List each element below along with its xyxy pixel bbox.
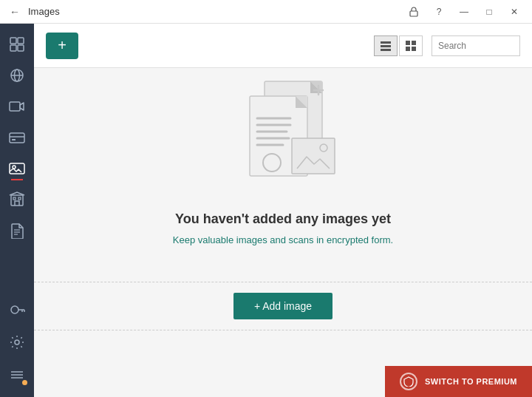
close-button[interactable]: ✕: [502, 3, 526, 21]
svg-rect-14: [11, 195, 23, 206]
sidebar-item-building[interactable]: [2, 185, 32, 214]
sidebar-bottom: [2, 295, 32, 391]
sidebar: [0, 24, 34, 397]
svg-rect-16: [18, 197, 21, 200]
premium-banner[interactable]: SWITCH TO PREMIUM: [385, 366, 532, 397]
sidebar-item-globe[interactable]: [2, 61, 32, 90]
view-toggle: [374, 35, 423, 56]
list-view-button[interactable]: [374, 35, 398, 56]
svg-rect-15: [13, 197, 16, 200]
search-input[interactable]: [438, 41, 514, 51]
svg-rect-46: [292, 138, 335, 174]
premium-label: SWITCH TO PREMIUM: [425, 377, 517, 386]
add-image-button[interactable]: + Add image: [233, 293, 332, 319]
svg-rect-28: [381, 41, 391, 44]
svg-rect-8: [10, 102, 20, 111]
svg-rect-1: [10, 38, 16, 44]
illustration-svg: [231, 75, 349, 201]
empty-state: You haven't added any images yet Keep va…: [34, 68, 532, 282]
svg-rect-0: [410, 11, 417, 16]
bottom-area: SWITCH TO PREMIUM: [34, 330, 532, 397]
minimize-button[interactable]: —: [452, 3, 476, 21]
main-layout: +: [0, 24, 532, 397]
svg-rect-32: [412, 41, 416, 45]
svg-rect-12: [10, 163, 24, 174]
svg-rect-33: [406, 47, 410, 51]
svg-point-20: [11, 306, 18, 313]
empty-title: You haven't added any images yet: [175, 211, 391, 227]
empty-subtitle: Keep valuable images and scans in encryp…: [173, 234, 393, 245]
sidebar-item-dashboard[interactable]: [2, 30, 32, 59]
svg-rect-4: [18, 45, 24, 51]
lock-button[interactable]: [402, 3, 426, 21]
toolbar: +: [34, 24, 532, 68]
svg-rect-2: [18, 38, 24, 44]
sidebar-item-images[interactable]: [2, 154, 32, 183]
content-area: +: [34, 24, 532, 397]
svg-rect-3: [10, 45, 16, 51]
window-title: Images: [24, 6, 402, 17]
add-image-section: + Add image: [34, 282, 532, 330]
maximize-button[interactable]: □: [477, 3, 501, 21]
svg-rect-29: [381, 45, 391, 47]
svg-rect-34: [412, 47, 416, 51]
window-controls: ? — □ ✕: [402, 3, 526, 21]
svg-rect-30: [381, 49, 391, 51]
sidebar-item-document[interactable]: [2, 216, 32, 245]
svg-rect-31: [406, 41, 410, 45]
help-button[interactable]: ?: [427, 3, 451, 21]
title-bar: ← Images ? — □ ✕: [0, 0, 532, 24]
sidebar-item-menu[interactable]: [2, 360, 32, 390]
sidebar-item-video[interactable]: [2, 92, 32, 121]
premium-shield-icon: [400, 373, 417, 390]
sidebar-item-settings[interactable]: [2, 328, 32, 357]
svg-rect-11: [12, 139, 16, 140]
sidebar-item-card[interactable]: [2, 123, 32, 152]
search-box[interactable]: [432, 35, 520, 56]
grid-view-button[interactable]: [399, 35, 423, 56]
sidebar-item-key[interactable]: [2, 295, 32, 325]
add-button[interactable]: +: [46, 33, 78, 59]
empty-illustration: [231, 75, 335, 194]
svg-rect-9: [10, 133, 24, 143]
svg-point-24: [15, 340, 19, 345]
back-button[interactable]: ←: [6, 3, 24, 21]
